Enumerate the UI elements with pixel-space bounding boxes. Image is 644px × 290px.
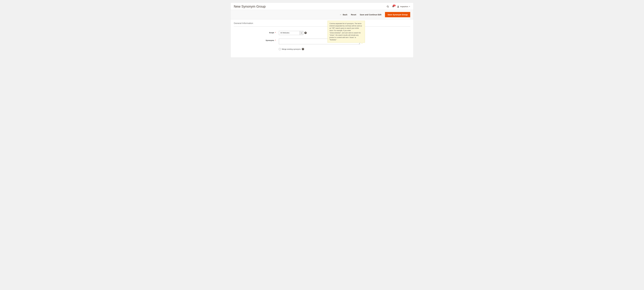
username-label: mageplaza — [400, 6, 408, 8]
back-button[interactable]: ← Back — [340, 14, 347, 16]
reset-button[interactable]: Reset — [351, 14, 356, 16]
merge-checkbox-wrap[interactable]: Merge existing synonyms ? — [279, 48, 304, 50]
synonyms-row: Synonyms * ? — [234, 39, 410, 44]
synonyms-tooltip: Comma-separated list of synonyms. The te… — [328, 21, 365, 42]
scope-help-icon[interactable]: ? — [304, 32, 307, 34]
merge-checkbox[interactable] — [279, 48, 281, 50]
save-button[interactable]: Save Synonym Group — [385, 12, 410, 17]
svg-line-1 — [388, 7, 389, 7]
chevron-down-icon: ▼ — [300, 31, 303, 35]
synonyms-label-wrap: Synonyms * — [234, 39, 279, 41]
required-mark: * — [275, 32, 276, 34]
back-label: Back — [343, 14, 347, 16]
save-continue-button[interactable]: Save and Continue Edit — [360, 14, 382, 16]
svg-point-0 — [387, 6, 388, 7]
synonyms-label: Synonyms — [266, 40, 274, 41]
header-actions: 11 mageplaza ▼ — [386, 5, 410, 8]
action-toolbar: ← Back Reset Save and Continue Edit Save… — [231, 10, 413, 20]
search-icon[interactable] — [386, 5, 389, 8]
page-title: New Synonym Group — [234, 4, 266, 8]
merge-row: Merge existing synonyms ? — [234, 48, 410, 50]
required-mark: * — [275, 40, 276, 41]
general-information-section: General Information Comma-separated list… — [231, 20, 413, 58]
main-panel: New Synonym Group 11 mag — [230, 2, 414, 58]
arrow-left-icon: ← — [340, 14, 342, 16]
user-menu[interactable]: mageplaza ▼ — [397, 6, 410, 8]
scope-select[interactable]: All Websites ▼ — [279, 31, 303, 35]
merge-label: Merge existing synonyms — [282, 48, 301, 50]
notifications-icon[interactable]: 11 — [392, 6, 394, 8]
scope-label-wrap: Scope * — [234, 31, 279, 34]
merge-help-icon[interactable]: ? — [302, 48, 304, 50]
section-title: General Information — [234, 22, 410, 26]
svg-point-2 — [393, 7, 393, 7]
save-continue-label: Save and Continue Edit — [360, 14, 382, 16]
scope-value: All Websites — [279, 31, 300, 35]
scope-row: Scope * All Websites ▼ ? — [234, 31, 410, 35]
reset-label: Reset — [351, 14, 356, 16]
merge-spacer — [234, 48, 279, 49]
user-icon — [397, 6, 399, 8]
header-row: New Synonym Group 11 mag — [231, 3, 413, 10]
scope-label: Scope — [269, 32, 274, 34]
notifications-badge: 11 — [393, 5, 396, 6]
caret-down-icon: ▼ — [409, 6, 410, 7]
svg-point-3 — [398, 6, 398, 6]
